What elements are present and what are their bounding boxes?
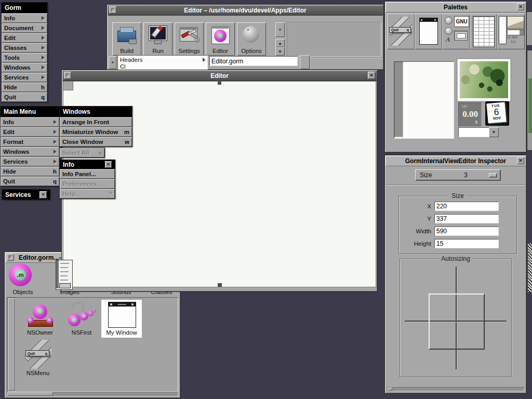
- settings-button[interactable]: Settings: [175, 22, 204, 56]
- toolbar-scrollbar-thumb[interactable]: [275, 22, 285, 37]
- submenu-arrow-icon: [54, 140, 57, 144]
- menu-item-edit[interactable]: Edit: [2, 33, 47, 43]
- scroll-up-button[interactable]: ▲: [275, 39, 285, 47]
- browser-row-label: Headers: [120, 57, 142, 63]
- menu-item-info-panel[interactable]: Info Panel...: [60, 169, 115, 179]
- object-nsfirst-icon[interactable]: [68, 302, 95, 328]
- miniaturize-icon: [9, 256, 12, 259]
- browser-row-headers[interactable]: Headers: [118, 56, 207, 63]
- menu-item-quit[interactable]: Quitq: [1, 176, 59, 186]
- palette-windows[interactable]: [415, 14, 442, 49]
- info-submenu-titlebar[interactable]: Info ✕: [60, 160, 115, 169]
- resize-handle-bottom[interactable]: [218, 283, 222, 287]
- menu-item-miniaturize-window[interactable]: Miniaturize Windowm: [60, 127, 132, 137]
- height-field[interactable]: [434, 239, 499, 248]
- inspector-bottom-scrollbar[interactable]: [387, 387, 524, 391]
- menu-item-hide[interactable]: Hideh: [2, 82, 47, 92]
- editor-button[interactable]: Editor: [206, 22, 235, 56]
- editor-design-title: Editor: [210, 72, 229, 79]
- palette-data[interactable]: [470, 14, 497, 49]
- object-nsmenu-icon[interactable]: Quit q: [24, 340, 51, 369]
- width-label: Width: [404, 228, 431, 234]
- menu-item-quit[interactable]: Quitq: [2, 92, 47, 102]
- close-icon: ✕: [42, 192, 45, 197]
- x-field[interactable]: [434, 202, 499, 211]
- menu-item-windows[interactable]: Windows: [2, 62, 47, 72]
- editor-app-window: Editor – /usr/home/dvu/devel/Apps/Editor…: [107, 4, 384, 70]
- menu-item-info[interactable]: Info: [1, 117, 59, 127]
- menu-item-edit[interactable]: Edit: [1, 127, 59, 137]
- menu-item-document[interactable]: Document: [2, 23, 47, 33]
- scrollview-item-scrollbar[interactable]: [394, 62, 403, 137]
- combobox-item-field[interactable]: [458, 127, 491, 137]
- menu-item-hide[interactable]: Hideh: [1, 166, 59, 176]
- object-nsowner-icon[interactable]: [26, 302, 54, 328]
- submenu-arrow-icon: [42, 26, 45, 30]
- miniaturize-button[interactable]: [109, 6, 116, 14]
- miniaturize-button[interactable]: [7, 254, 14, 261]
- close-button[interactable]: ✕: [517, 157, 524, 164]
- run-button[interactable]: Run: [143, 22, 172, 56]
- x-label: X: [404, 203, 431, 209]
- y-field[interactable]: [434, 214, 499, 223]
- file-browser-column[interactable]: Headers Cl: [117, 55, 208, 70]
- imageview-item[interactable]: [457, 59, 511, 101]
- palette-controls[interactable]: GNU A: [442, 14, 470, 49]
- palette-menus[interactable]: Quit q: [387, 14, 415, 49]
- build-button[interactable]: Build: [112, 22, 141, 56]
- palettes-titlebar[interactable]: Palettes: [385, 2, 526, 12]
- windows-submenu-titlebar[interactable]: Windows: [60, 107, 132, 117]
- menu-item-info[interactable]: Info: [2, 13, 47, 23]
- close-button[interactable]: ✕: [39, 191, 47, 198]
- objects-view: NSOwner NSFirst: [7, 297, 178, 392]
- main-menu-titlebar[interactable]: Main Menu: [1, 107, 59, 117]
- objects-vscrollbar[interactable]: [7, 298, 16, 391]
- menu-item-windows[interactable]: Windows: [1, 147, 59, 156]
- width-field[interactable]: [434, 227, 499, 236]
- tab-objects-icon[interactable]: .m: [9, 263, 32, 286]
- browser-scroll-knob[interactable]: [109, 56, 116, 69]
- submenu-arrow-icon: [42, 16, 45, 20]
- options-button[interactable]: Options: [237, 22, 266, 56]
- close-icon: ✕: [518, 158, 523, 163]
- calendar-item[interactable]: TUE 6 NOV: [485, 101, 509, 126]
- menu-item-help[interactable]: Help...?: [60, 189, 115, 198]
- menu-item-classes[interactable]: Classes: [2, 43, 47, 52]
- palette-misc[interactable]: 31 Mar 0.0: [497, 14, 525, 49]
- inspector-popup-button[interactable]: Size 3: [415, 169, 500, 180]
- tab-objects[interactable]: Objects: [7, 289, 39, 295]
- size-legend: Size: [449, 192, 466, 200]
- gorm-menu-titlebar[interactable]: Gorm: [2, 3, 47, 13]
- windows-submenu-window: Windows Arrange In Front Miniaturize Win…: [59, 106, 132, 147]
- popup-label: Size: [415, 171, 432, 179]
- services-menu-titlebar[interactable]: Services ✕: [2, 190, 50, 200]
- images-tab-icon[interactable]: [56, 260, 73, 290]
- inspector-titlebar[interactable]: GormInternalViewEditor Inspector: [385, 156, 526, 166]
- menu-item-services[interactable]: Services: [1, 156, 59, 166]
- browser-column-divider[interactable]: [300, 55, 310, 69]
- scroll-down-button[interactable]: ▼: [275, 47, 285, 56]
- menu-item-select-all[interactable]: Select All a: [60, 148, 104, 157]
- menu-item-format[interactable]: Format: [1, 137, 59, 147]
- miniaturize-button[interactable]: [64, 72, 71, 79]
- menu-item-close-window[interactable]: Close Windoww: [60, 137, 132, 147]
- menu-item-arrange-in-front[interactable]: Arrange In Front: [60, 117, 132, 127]
- autosizing-inner-square[interactable]: [429, 294, 485, 350]
- close-button[interactable]: ✕: [105, 161, 112, 168]
- close-button[interactable]: ✕: [368, 72, 375, 79]
- menu-item-tools[interactable]: Tools: [2, 52, 47, 62]
- objects-hscrollbar[interactable]: [7, 392, 178, 396]
- run-label: Run: [152, 48, 163, 54]
- menu-item-preferences[interactable]: Preferences...: [60, 179, 115, 189]
- filename-field[interactable]: [209, 56, 298, 66]
- menu-item-services[interactable]: Services: [2, 72, 47, 82]
- combobox-dropdown-button[interactable]: ▼: [489, 127, 499, 137]
- editor-design-titlebar[interactable]: Editor: [62, 71, 377, 81]
- autosizing-groupbox[interactable]: Autosizing: [400, 259, 512, 377]
- close-button[interactable]: ✕: [517, 3, 524, 10]
- desktop: Editor – /usr/home/dvu/devel/Apps/Editor…: [0, 0, 532, 399]
- scrollview-item[interactable]: [394, 61, 454, 139]
- editor-app-titlebar[interactable]: Editor – /usr/home/dvu/devel/Apps/Editor: [108, 5, 383, 16]
- currency-display-item[interactable]: 10⁶ 0.00 $: [458, 102, 482, 127]
- resize-handle-top[interactable]: [218, 82, 221, 85]
